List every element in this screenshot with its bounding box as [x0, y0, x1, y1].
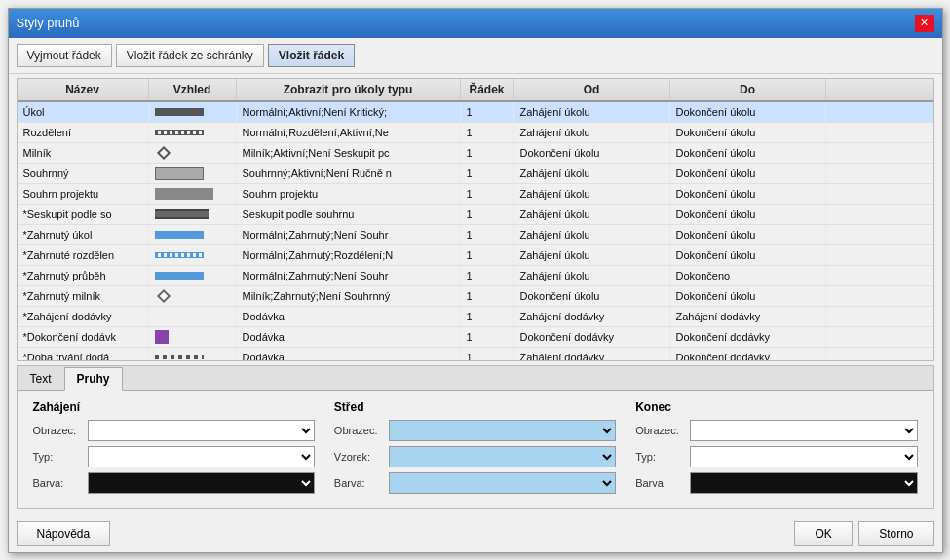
- tabs: Text Pruhy: [18, 366, 933, 391]
- cancel-button[interactable]: Storno: [858, 521, 933, 546]
- col-header-do: Do: [670, 79, 826, 100]
- stred-title: Střed: [334, 400, 616, 414]
- table-row[interactable]: *Zahájení dodávkyDodávka1Zahájení dodávk…: [18, 307, 933, 327]
- dialog: Styly pruhů ✕ Vyjmout řádek Vložit řádek…: [8, 8, 943, 553]
- footer-right-buttons: OK Storno: [794, 521, 933, 546]
- paste-row-button[interactable]: Vložit řádek ze schránky: [116, 44, 264, 67]
- toolbar: Vyjmout řádek Vložit řádek ze schránky V…: [9, 38, 942, 74]
- table-row[interactable]: ÚkolNormální;Aktivní;Není Kritický;1Zahá…: [18, 102, 933, 123]
- col-header-od: Od: [514, 79, 670, 100]
- stred-vzorek-select[interactable]: [389, 446, 616, 467]
- table-row[interactable]: RozděleníNormální;Rozdělení;Aktivní;Ne1Z…: [18, 123, 933, 143]
- table-row[interactable]: *Seskupit podle soSeskupit podle souhrnu…: [18, 205, 933, 225]
- stred-vzorek-label: Vzorek:: [334, 451, 385, 463]
- pruhy-sections: Zahájení Obrazec: Typ: Barva:: [33, 400, 918, 499]
- zahajeni-obrazec-label: Obrazec:: [33, 425, 84, 436]
- zahajeni-barva-select[interactable]: [88, 472, 315, 494]
- zahajeni-typ-select[interactable]: [88, 446, 315, 467]
- tab-content-pruhy: Zahájení Obrazec: Typ: Barva:: [18, 391, 933, 508]
- konec-section: Konec Obrazec: Typ: Barva:: [635, 400, 917, 499]
- stred-barva-select[interactable]: [389, 472, 616, 494]
- close-button[interactable]: ✕: [915, 15, 934, 32]
- cut-row-button[interactable]: Vyjmout řádek: [17, 44, 112, 67]
- table-row[interactable]: Souhrn projektuSouhrn projektu1Zahájení …: [18, 184, 933, 205]
- stred-obrazec-row: Obrazec:: [334, 420, 616, 441]
- col-header-typ: Zobrazit pro úkoly typu: [237, 79, 461, 100]
- zahajeni-typ-row: Typ:: [33, 446, 315, 467]
- konec-barva-select[interactable]: [690, 472, 917, 494]
- col-header-vzhled: Vzhled: [149, 79, 237, 100]
- stred-barva-row: Barva:: [334, 472, 616, 494]
- zahajeni-title: Zahájení: [33, 400, 315, 414]
- col-header-radek: Řádek: [461, 79, 514, 100]
- table-row[interactable]: *Dokončení dodávkDodávka1Dokončení dodáv…: [18, 327, 933, 348]
- konec-obrazec-label: Obrazec:: [635, 425, 686, 436]
- stred-vzorek-row: Vzorek:: [334, 446, 616, 467]
- zahajeni-typ-label: Typ:: [33, 451, 84, 463]
- zahajeni-obrazec-row: Obrazec:: [33, 420, 315, 441]
- insert-row-button[interactable]: Vložit řádek: [268, 44, 355, 67]
- konec-typ-row: Typ:: [635, 446, 917, 467]
- table-row[interactable]: *Zahrnutý milníkMilník;Zahrnutý;Není Sou…: [18, 286, 933, 307]
- tab-text[interactable]: Text: [18, 367, 64, 391]
- konec-typ-label: Typ:: [635, 451, 686, 463]
- table-row[interactable]: *Doba trvání dodáDodávka1Zahájení dodávk…: [18, 348, 933, 360]
- ok-button[interactable]: OK: [794, 521, 853, 546]
- table-scroll-area: ÚkolNormální;Aktivní;Není Kritický;1Zahá…: [18, 102, 933, 360]
- table-area: Název Vzhled Zobrazit pro úkoly typu Řád…: [17, 78, 934, 361]
- konec-barva-label: Barva:: [635, 477, 686, 489]
- col-header-name: Název: [18, 79, 149, 100]
- stred-obrazec-label: Obrazec:: [334, 425, 385, 436]
- konec-typ-select[interactable]: [690, 446, 917, 467]
- footer: Nápověda OK Storno: [9, 515, 942, 552]
- zahajeni-barva-row: Barva:: [33, 472, 315, 494]
- title-bar: Styly pruhů ✕: [9, 9, 942, 38]
- konec-obrazec-select[interactable]: [690, 420, 917, 441]
- table-row[interactable]: *Zahrnutý úkolNormální;Zahrnutý;Není Sou…: [18, 225, 933, 245]
- help-button[interactable]: Nápověda: [17, 521, 111, 546]
- table-row[interactable]: *Zahrnutý průběhNormální;Zahrnutý;Není S…: [18, 266, 933, 286]
- konec-title: Konec: [635, 400, 917, 414]
- stred-section: Střed Obrazec: Vzorek: Barva:: [334, 400, 616, 499]
- table-row[interactable]: *Zahrnuté rozdělenNormální;Zahrnutý;Rozd…: [18, 245, 933, 266]
- konec-obrazec-row: Obrazec:: [635, 420, 917, 441]
- table-row[interactable]: MilníkMilník;Aktivní;Není Seskupit pc1Do…: [18, 143, 933, 164]
- zahajeni-barva-label: Barva:: [33, 477, 84, 489]
- bottom-panel: Text Pruhy Zahájení Obrazec: Typ:: [17, 365, 934, 509]
- table-header: Název Vzhled Zobrazit pro úkoly typu Řád…: [18, 79, 933, 102]
- tab-pruhy[interactable]: Pruhy: [64, 367, 123, 391]
- table-row[interactable]: SouhrnnýSouhrnný;Aktivní;Není Ručně n1Za…: [18, 164, 933, 184]
- zahajeni-obrazec-select[interactable]: [88, 420, 315, 441]
- zahajeni-section: Zahájení Obrazec: Typ: Barva:: [33, 400, 315, 499]
- dialog-title: Styly pruhů: [17, 16, 80, 30]
- table-body: ÚkolNormální;Aktivní;Není Kritický;1Zahá…: [18, 102, 933, 360]
- stred-obrazec-select[interactable]: [389, 420, 616, 441]
- konec-barva-row: Barva:: [635, 472, 917, 494]
- stred-barva-label: Barva:: [334, 477, 385, 489]
